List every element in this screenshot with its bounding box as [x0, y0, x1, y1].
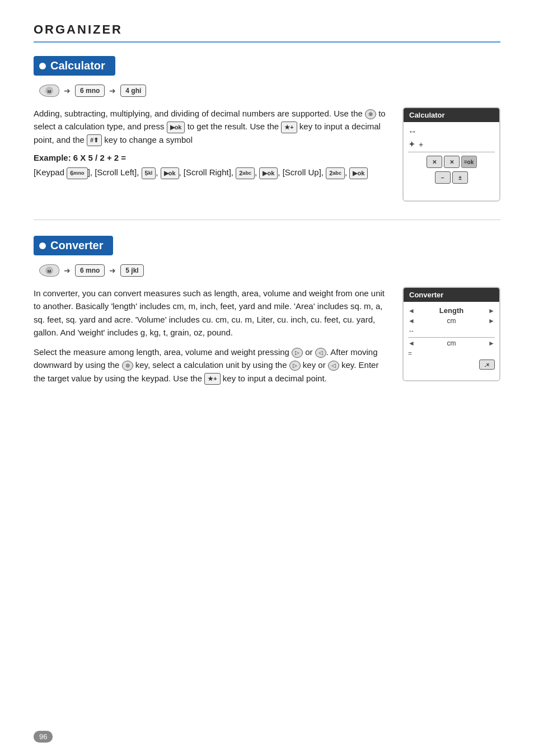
conv-nav-arrow-2: ➜ [109, 266, 116, 275]
calc-row-2: ✦ + [408, 139, 495, 150]
conv-right-4: ► [488, 339, 495, 347]
calc-btn-plus: ± [452, 171, 468, 184]
hash-key: #⬆ [87, 134, 102, 146]
calculator-header: Calculator [34, 56, 115, 76]
key-ok2: ▶ok [259, 167, 278, 179]
key-ok1: ▶ok [161, 167, 179, 179]
calc-arrow-icon: ↔ [408, 127, 417, 137]
calculator-panel: Calculator ↔ ✦ + ✕ ✕ =ok [402, 107, 500, 202]
converter-text: In converter, you can convert measures s… [34, 287, 391, 391]
svg-text:M: M [48, 89, 51, 94]
decimal-key: ★+ [204, 373, 220, 385]
star-key: ★+ [281, 122, 297, 133]
conv-menu-key: M [39, 264, 59, 277]
conv-left-2: ◄ [408, 317, 415, 325]
page-number: 96 [34, 731, 53, 743]
menu-key: M [39, 85, 59, 97]
nav-down-icon: ⊚ [122, 361, 133, 371]
conv-divider [408, 337, 495, 338]
calculator-title: Calculator [50, 59, 105, 72]
calc-btn-x1: ✕ [427, 156, 442, 168]
converter-header: Converter [34, 236, 113, 255]
conv-nav-key1: 6 mno [75, 264, 105, 277]
calculator-nav: M ➜ 6 mno ➜ 4 ghi [39, 85, 500, 97]
converter-panel: Converter ◄ Length ► ◄ cm ► [402, 287, 500, 381]
conv-left-4: ◄ [408, 339, 415, 347]
conv-left-1: ◄ [408, 307, 415, 315]
calc-panel-title: Calculator [404, 108, 499, 122]
calc-nav-key2: 4 ghi [120, 85, 146, 97]
conv-length-row: ◄ Length ► [408, 306, 495, 315]
calc-divider [408, 152, 495, 152]
conv-icon-row: ↔ [408, 327, 495, 335]
calc-btn-x2: ✕ [444, 156, 460, 168]
page: ORGANIZER Calculator M ➜ 6 mno ➜ 4 ghi [0, 0, 534, 756]
calc-panel-body: ↔ ✦ + ✕ ✕ =ok − ± [404, 122, 499, 200]
example-detail: [Keypad 6mno], [Scroll Left], 5kl, ▶ok, … [34, 166, 391, 179]
key-2a: 2abc [236, 167, 255, 179]
scroll-right-2-icon: ▷ [289, 361, 301, 371]
conv-right-1: ► [488, 307, 495, 315]
conv-length-label: Length [439, 306, 463, 315]
conv-right-2: ► [488, 317, 495, 325]
conv-nav-arrow-1: ➜ [64, 266, 71, 275]
conv-panel-body: ◄ Length ► ◄ cm ► ↔ [404, 302, 499, 380]
keypad-6: 6mno [67, 167, 87, 179]
calc-btn-minus: − [435, 171, 451, 184]
calc-plus-icon: ✦ [408, 139, 415, 150]
conv-eq-icon: = [408, 349, 412, 357]
nav-icon: ⊕ [365, 109, 376, 119]
conv-cm-row2: ◄ cm ► [408, 339, 495, 347]
conv-panel-title: Converter [404, 288, 499, 302]
calculator-content: Adding, subtracting, multiplying, and di… [34, 107, 500, 202]
svg-text:M: M [48, 269, 51, 274]
conv-dot-btn: .× [479, 360, 495, 370]
conv-cm-value1: cm [447, 317, 456, 325]
page-header: ORGANIZER [34, 22, 500, 43]
key-5: 5kl [142, 167, 156, 179]
section-divider [34, 220, 500, 220]
scroll-right-icon: ▷ [292, 348, 303, 358]
conv-menu-icon: M [45, 267, 53, 274]
menu-icon: M [45, 87, 53, 95]
ok-key: ▶ok [167, 122, 185, 133]
calculator-body: Adding, subtracting, multiplying, and di… [34, 107, 391, 146]
converter-body1: In converter, you can convert measures s… [34, 287, 391, 339]
conv-nav-key2: 5 jkl [120, 264, 143, 277]
calculator-section: Calculator M ➜ 6 mno ➜ 4 ghi Adding, sub… [34, 56, 500, 202]
conv-cm-value2: cm [447, 339, 456, 347]
nav-arrow-1: ➜ [64, 86, 71, 95]
calc-btn-eq: =ok [461, 156, 477, 168]
calc-operator: + [419, 140, 423, 149]
converter-body2: Select the measure among length, area, v… [34, 346, 391, 385]
calculator-text: Adding, subtracting, multiplying, and di… [34, 107, 391, 186]
conv-cm-row1: ◄ cm ► [408, 317, 495, 325]
example-label: Example: 6 X 5 / 2 + 2 = [34, 153, 391, 162]
conv-dot-row: .× [408, 360, 495, 370]
scroll-left-2-icon: ◁ [328, 361, 339, 371]
converter-section: Converter M ➜ 6 mno ➜ 5 jkl In converter… [34, 236, 500, 391]
key-ok3: ▶ok [349, 167, 368, 179]
page-title: ORGANIZER [34, 22, 123, 36]
converter-nav: M ➜ 6 mno ➜ 5 jkl [39, 264, 500, 277]
converter-bullet [39, 242, 46, 249]
conv-eq-row: = [408, 349, 495, 357]
converter-content: In converter, you can convert measures s… [34, 287, 500, 391]
conv-arrow-icon: ↔ [408, 327, 415, 335]
scroll-left-icon: ◁ [315, 348, 326, 358]
converter-title: Converter [50, 239, 103, 252]
calc-nav-key1: 6 mno [75, 85, 105, 97]
calculator-bullet [39, 63, 46, 69]
key-2b: 2abc [326, 167, 345, 179]
calc-row-1: ↔ [408, 127, 495, 137]
nav-arrow-2: ➜ [109, 86, 116, 95]
calc-buttons: ✕ ✕ =ok [408, 156, 495, 168]
calc-buttons-2: − ± [408, 171, 495, 184]
